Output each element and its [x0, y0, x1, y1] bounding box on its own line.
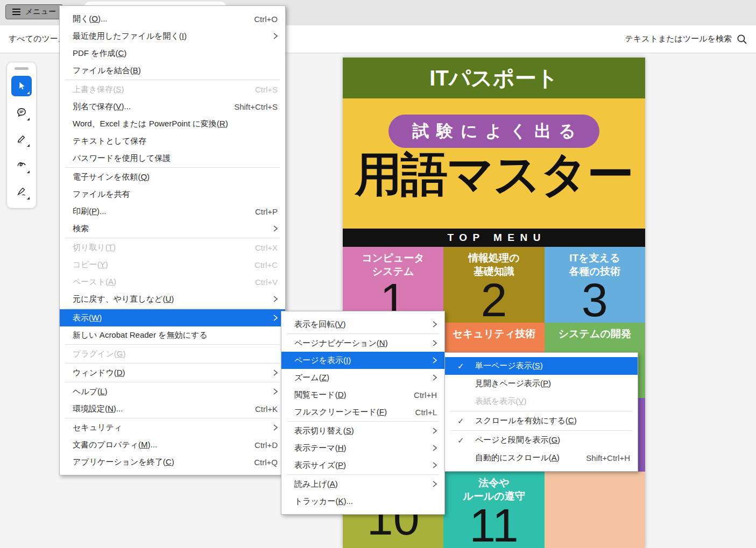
menu-item[interactable]: ファイルを結合(B): [60, 62, 285, 79]
menu-item[interactable]: 表示(W): [60, 309, 285, 326]
menu-item[interactable]: 最近使用したファイルを開く(I): [60, 27, 285, 45]
menu-item-label: ウィンドウ(D): [73, 368, 259, 378]
cover-tile[interactable]: [545, 472, 645, 548]
menu-item[interactable]: 検索: [60, 220, 285, 237]
menu-item[interactable]: 表示テーマ(H): [281, 439, 444, 457]
menu-item[interactable]: 環境設定(N)...Ctrl+K: [60, 400, 285, 417]
cover-badge-text: 試験によく出る: [412, 120, 583, 143]
side-toolbar: [6, 62, 37, 209]
menu-item[interactable]: テキストとして保存: [60, 132, 285, 150]
menu-separator: [450, 430, 632, 431]
menu-item[interactable]: ✓単一ページ表示(S): [445, 357, 638, 375]
menu-item[interactable]: ファイルを共有: [60, 186, 285, 203]
cover-tile-label: システムの開発: [545, 323, 645, 340]
cover-tile[interactable]: 法令やルールの遵守11: [443, 472, 544, 548]
cover-tile[interactable]: 情報処理の基礎知識2: [443, 247, 544, 323]
cover-title: 用語マスター: [355, 151, 633, 197]
menu-item-label: コピー(Y): [73, 260, 241, 270]
menu-item-shortcut: Ctrl+H: [414, 390, 437, 400]
menu-separator: [65, 382, 280, 382]
menu-item-label: 表示サイズ(P): [294, 460, 419, 471]
menu-item[interactable]: 文書のプロパティ(M)...Ctrl+D: [60, 436, 285, 453]
menu-item-label: セキュリティ: [73, 423, 259, 433]
submenu-chevron-icon: [273, 315, 278, 321]
menu-item: 表紙を表示(V): [445, 393, 638, 410]
cover-tile-label: セキュリティ技術: [443, 323, 544, 340]
select-tool-button[interactable]: [11, 76, 32, 96]
menu-item-label: Word、Excel または PowerPoint に変換(R): [73, 119, 278, 129]
cover-yellow-band: 試験によく出る 用語マスター: [343, 98, 645, 229]
menu-item[interactable]: ズーム(Z): [281, 369, 444, 386]
menu-item[interactable]: パスワードを使用して保護: [60, 150, 285, 167]
menu-separator: [65, 344, 280, 345]
menu-item-label: 表示を回転(V): [294, 319, 419, 330]
menu-item[interactable]: 開く(O)...Ctrl+O: [60, 10, 285, 27]
cover-tile-number: 3: [545, 278, 645, 323]
submenu-chevron-icon: [273, 388, 278, 395]
submenu-chevron-icon: [433, 321, 437, 328]
menu-item-shortcut: Shift+Ctrl+H: [586, 453, 630, 462]
menu-item-label: 表示切り替え(S): [294, 426, 419, 436]
cover-tile-number: [545, 489, 645, 548]
menu-item-label: 開く(O)...: [73, 14, 240, 24]
menu-item[interactable]: 印刷(P)...Ctrl+P: [60, 203, 285, 220]
cover-tile-number: 2: [443, 278, 544, 323]
file-menu: 開く(O)...Ctrl+O最近使用したファイルを開く(I)PDF を作成(C)…: [59, 5, 286, 475]
menu-item[interactable]: ✓ページと段間を表示(G): [445, 431, 638, 449]
menu-item[interactable]: フルスクリーンモード(F)Ctrl+L: [281, 403, 444, 421]
menu-separator: [65, 363, 280, 364]
menu-item[interactable]: 元に戻す、やり直しなど(U): [60, 290, 285, 308]
menu-item[interactable]: 読み上げ(A): [281, 475, 444, 493]
menu-item-label: ページナビゲーション(N): [294, 338, 419, 348]
menu-item[interactable]: ページナビゲーション(N): [281, 335, 444, 352]
menu-item[interactable]: アプリケーションを終了(C)Ctrl+Q: [60, 453, 285, 471]
search-box[interactable]: テキストまたはツールを検索: [625, 34, 747, 45]
menu-item-label: 見開きページ表示(P): [475, 379, 630, 389]
menu-item-label: 新しい Acrobat Reader を無効にする: [73, 330, 278, 340]
hamburger-icon: [12, 9, 20, 15]
menu-item[interactable]: PDF を作成(C): [60, 45, 285, 62]
search-icon[interactable]: [737, 34, 747, 45]
menu-item[interactable]: 新しい Acrobat Reader を無効にする: [60, 326, 285, 344]
menu-item-label: 読み上げ(A): [294, 479, 419, 489]
draw-icon: [16, 159, 27, 171]
cover-top-menu-band: TOP MENU: [343, 229, 645, 247]
menu-item[interactable]: 電子サインを依頼(Q): [60, 168, 285, 186]
menu-item[interactable]: 別名で保存(V)...Shift+Ctrl+S: [60, 98, 285, 115]
menu-separator: [65, 308, 280, 309]
menu-item-label: PDF を作成(C): [73, 48, 278, 59]
checkmark-icon: ✓: [457, 436, 464, 445]
menu-item[interactable]: 表示サイズ(P): [281, 457, 444, 474]
menu-item[interactable]: 表示を回転(V): [281, 316, 444, 333]
menu-item: ペースト(A)Ctrl+V: [60, 273, 285, 290]
menu-button[interactable]: メニュー: [5, 4, 63, 19]
cover-tile[interactable]: ITを支える各種の技術3: [545, 247, 645, 323]
menu-item[interactable]: ページを表示(I): [281, 352, 444, 369]
menu-separator: [287, 474, 439, 475]
menu-item[interactable]: トラッカー(K)...: [281, 493, 444, 510]
all-tools-label[interactable]: すべてのツール: [9, 34, 66, 44]
comment-tool-button[interactable]: [11, 102, 32, 123]
menu-item[interactable]: ヘルプ(L): [60, 383, 285, 400]
menu-item[interactable]: ウィンドウ(D): [60, 364, 285, 381]
menu-item-label: 単一ページ表示(S): [475, 361, 630, 371]
menu-item-label: ヘルプ(L): [73, 387, 259, 397]
menu-item[interactable]: 表示切り替え(S): [281, 422, 444, 439]
toolbar-drag-handle[interactable]: [15, 67, 29, 70]
menu-item-label: ファイルを結合(B): [73, 66, 278, 76]
highlight-tool-button[interactable]: [11, 129, 32, 149]
menu-item[interactable]: 閲覧モード(D)Ctrl+H: [281, 386, 444, 403]
menu-item[interactable]: ✓スクロールを有効にする(C): [445, 412, 638, 430]
menu-item[interactable]: セキュリティ: [60, 419, 285, 436]
menu-separator: [65, 238, 280, 238]
menu-item[interactable]: 見開きページ表示(P): [445, 375, 638, 393]
sign-tool-button[interactable]: [11, 181, 32, 202]
submenu-chevron-icon: [433, 340, 437, 346]
draw-tool-button[interactable]: [11, 155, 32, 175]
menu-item[interactable]: Word、Excel または PowerPoint に変換(R): [60, 115, 285, 132]
menu-item[interactable]: 自動的にスクロール(A)Shift+Ctrl+H: [445, 449, 638, 467]
submenu-chevron-icon: [273, 296, 278, 302]
checkmark-icon: ✓: [457, 416, 464, 426]
submenu-chevron-icon: [433, 462, 437, 468]
submenu-chevron-icon: [433, 445, 437, 451]
